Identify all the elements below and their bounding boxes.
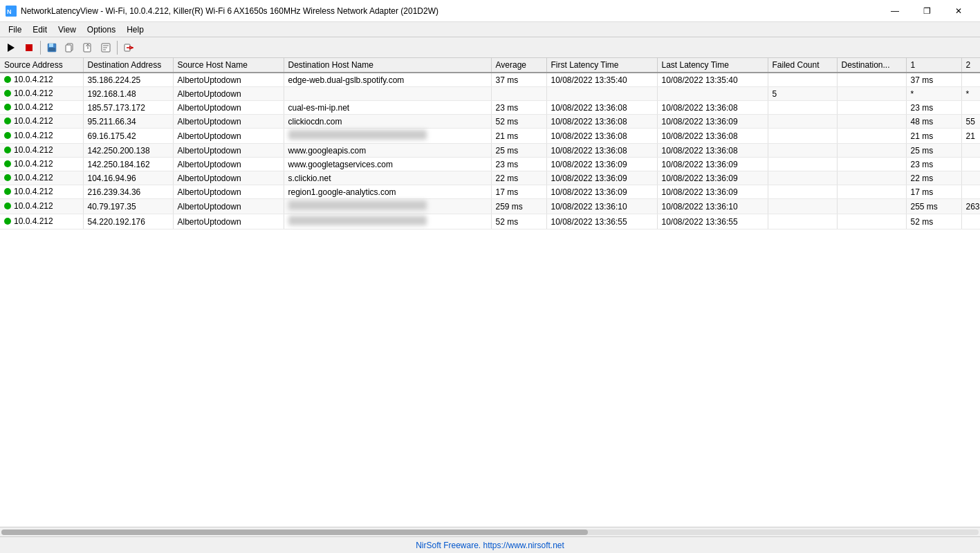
cell-dest-addr: 142.250.200.138 xyxy=(83,144,173,158)
table-row[interactable]: 10.0.4.21235.186.224.25AlbertoUptodowned… xyxy=(0,73,980,87)
cell-dest-port xyxy=(837,171,906,185)
cell-col1: 52 ms xyxy=(906,214,961,229)
col-dest-addr[interactable]: Destination Address xyxy=(83,58,173,73)
menu-item-help[interactable]: Help xyxy=(121,22,149,37)
col-failed[interactable]: Failed Count xyxy=(768,58,837,73)
cell-average: 17 ms xyxy=(491,185,546,199)
cell-dest-port xyxy=(837,199,906,214)
cell-dest-host: cual-es-mi-ip.net xyxy=(284,101,491,115)
exit-button[interactable] xyxy=(120,39,137,56)
cell-dest-addr: 104.16.94.96 xyxy=(83,171,173,185)
cell-dest-addr: 95.211.66.34 xyxy=(83,115,173,129)
table-row[interactable]: 10.0.4.212185.57.173.172AlbertoUptodownc… xyxy=(0,101,980,115)
cell-dest-host: edge-web.dual-gslb.spotify.com xyxy=(284,73,491,87)
status-bar: NirSoft Freeware. https://www.nirsoft.ne… xyxy=(0,536,980,553)
stop-button[interactable] xyxy=(21,39,37,56)
separator-2 xyxy=(117,41,118,55)
svg-marker-2 xyxy=(8,44,15,52)
main-content: Source Address Destination Address Sourc… xyxy=(0,58,980,527)
table-header: Source Address Destination Address Sourc… xyxy=(0,58,980,73)
scroll-thumb[interactable] xyxy=(1,529,588,535)
table-row[interactable]: 10.0.4.21254.220.192.176AlbertoUptodown5… xyxy=(0,214,980,229)
cell-failed xyxy=(768,101,837,115)
svg-rect-5 xyxy=(49,44,53,47)
col-source-addr[interactable]: Source Address xyxy=(0,58,83,73)
cell-col1: 37 ms xyxy=(906,73,961,87)
minimize-button[interactable]: — xyxy=(879,0,911,22)
nirsoft-link[interactable]: NirSoft Freeware. https://www.nirsoft.ne… xyxy=(416,541,564,550)
menu-item-options[interactable]: Options xyxy=(82,22,121,37)
cell-last-lat: 10/08/2022 13:36:08 xyxy=(657,144,768,158)
cell-source-addr: 10.0.4.212 xyxy=(0,129,83,144)
table-row[interactable]: 10.0.4.21269.16.175.42AlbertoUptodown21 … xyxy=(0,129,980,144)
cell-first-lat: 10/08/2022 13:36:55 xyxy=(546,214,657,229)
cell-dest-host: s.clickio.net xyxy=(284,171,491,185)
export-html-button[interactable] xyxy=(80,39,96,56)
separator-1 xyxy=(40,41,41,55)
menu-item-edit[interactable]: Edit xyxy=(27,22,53,37)
col-average[interactable]: Average xyxy=(491,58,546,73)
table-row[interactable]: 10.0.4.21295.211.66.34AlbertoUptodowncli… xyxy=(0,115,980,129)
cell-dest-port xyxy=(837,129,906,144)
cell-first-lat: 10/08/2022 13:36:09 xyxy=(546,185,657,199)
table-row[interactable]: 10.0.4.212216.239.34.36AlbertoUptodownre… xyxy=(0,185,980,199)
cell-col1: 23 ms xyxy=(906,101,961,115)
cell-source-host: AlbertoUptodown xyxy=(173,87,284,101)
svg-rect-3 xyxy=(26,44,33,51)
close-button[interactable]: ✕ xyxy=(943,0,974,22)
cell-dest-host xyxy=(284,214,491,229)
col-2[interactable]: 2 xyxy=(961,58,980,73)
title-bar: N NetworkLatencyView - Wi-Fi, 10.0.4.212… xyxy=(0,0,980,22)
cell-source-addr: 10.0.4.212 xyxy=(0,73,83,87)
cell-average: 52 ms xyxy=(491,214,546,229)
cell-dest-port xyxy=(837,115,906,129)
cell-source-addr: 10.0.4.212 xyxy=(0,199,83,214)
scroll-track xyxy=(1,529,979,535)
table-row[interactable]: 10.0.4.212142.250.200.138AlbertoUptodown… xyxy=(0,144,980,158)
col-1[interactable]: 1 xyxy=(906,58,961,73)
col-source-host[interactable]: Source Host Name xyxy=(173,58,284,73)
table-row[interactable]: 10.0.4.212104.16.94.96AlbertoUptodowns.c… xyxy=(0,171,980,185)
horizontal-scrollbar[interactable] xyxy=(0,527,980,536)
cell-col2 xyxy=(961,144,980,158)
table-container[interactable]: Source Address Destination Address Sourc… xyxy=(0,58,980,527)
cell-col2 xyxy=(961,73,980,87)
menu-bar: FileEditViewOptionsHelp xyxy=(0,22,980,37)
table-row[interactable]: 10.0.4.212142.250.184.162AlbertoUptodown… xyxy=(0,158,980,171)
cell-failed xyxy=(768,199,837,214)
title-text: NetworkLatencyView - Wi-Fi, 10.0.4.212, … xyxy=(21,6,438,16)
cell-last-lat: 10/08/2022 13:36:55 xyxy=(657,214,768,229)
svg-rect-8 xyxy=(66,45,71,52)
col-dest-host[interactable]: Destination Host Name xyxy=(284,58,491,73)
cell-dest-port xyxy=(837,158,906,171)
save-button[interactable] xyxy=(44,39,60,56)
col-last-lat[interactable]: Last Latency Time xyxy=(657,58,768,73)
col-first-lat[interactable]: First Latency Time xyxy=(546,58,657,73)
copy-button[interactable] xyxy=(62,39,78,56)
table-row[interactable]: 10.0.4.21240.79.197.35AlbertoUptodown259… xyxy=(0,199,980,214)
col-dest-port[interactable]: Destination... xyxy=(837,58,906,73)
cell-dest-host: www.googleapis.com xyxy=(284,144,491,158)
cell-last-lat: 10/08/2022 13:36:09 xyxy=(657,171,768,185)
cell-failed xyxy=(768,214,837,229)
cell-dest-host: clickiocdn.com xyxy=(284,115,491,129)
cell-first-lat: 10/08/2022 13:36:08 xyxy=(546,144,657,158)
cell-dest-port xyxy=(837,185,906,199)
menu-item-view[interactable]: View xyxy=(53,22,82,37)
cell-col2 xyxy=(961,185,980,199)
cell-average: 259 ms xyxy=(491,199,546,214)
cell-first-lat: 10/08/2022 13:36:09 xyxy=(546,158,657,171)
cell-source-addr: 10.0.4.212 xyxy=(0,144,83,158)
cell-dest-host: region1.google-analytics.com xyxy=(284,185,491,199)
cell-source-host: AlbertoUptodown xyxy=(173,214,284,229)
cell-dest-addr: 192.168.1.48 xyxy=(83,87,173,101)
menu-item-file[interactable]: File xyxy=(3,22,27,37)
play-button[interactable] xyxy=(3,39,19,56)
table-row[interactable]: 10.0.4.212192.168.1.48AlbertoUptodown5** xyxy=(0,87,980,101)
cell-col1: 23 ms xyxy=(906,158,961,171)
cell-col2 xyxy=(961,101,980,115)
cell-col1: 22 ms xyxy=(906,171,961,185)
report-button[interactable] xyxy=(98,39,114,56)
maximize-button[interactable]: ❐ xyxy=(911,0,943,22)
cell-last-lat: 10/08/2022 13:36:08 xyxy=(657,101,768,115)
